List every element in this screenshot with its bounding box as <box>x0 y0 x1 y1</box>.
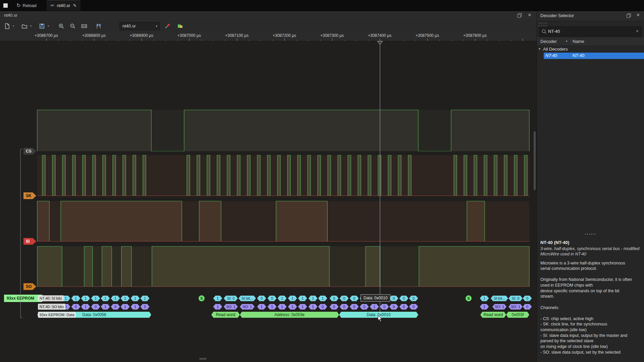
tree-root-all-decoders[interactable]: ▾ All Decoders <box>537 46 644 53</box>
ruler-tick <box>46 39 47 41</box>
close-window-icon[interactable]: × <box>528 12 531 18</box>
mouse-pointer <box>378 315 384 324</box>
clear-search-icon[interactable]: × <box>636 28 639 34</box>
ruler-tick <box>392 40 392 41</box>
search-input[interactable]: NT-40 <box>548 29 560 34</box>
top-tab-strip: ↻ Reload ✂ nt40.sr ✎ <box>0 0 644 11</box>
ruler-tick <box>189 39 190 41</box>
tab-label: nt40.sr <box>57 3 70 8</box>
vertical-scrollbar[interactable] <box>534 131 536 190</box>
tab-nt40[interactable]: ✂ nt40.sr ✎ <box>47 0 81 11</box>
new-session-caret[interactable]: ▾ <box>13 24 14 27</box>
ruler-tick <box>237 39 237 41</box>
ruler-tick <box>439 40 440 41</box>
zoom-in-button[interactable] <box>57 22 66 31</box>
ruler-tick <box>165 40 166 41</box>
horizontal-scrollbar[interactable] <box>199 358 207 360</box>
ruler-tick <box>475 39 475 41</box>
search-icon <box>541 29 547 35</box>
zoom-out-button[interactable] <box>68 22 77 31</box>
ruler-tick <box>416 40 416 41</box>
ruler-tick <box>249 40 249 41</box>
session-titlebar: nt40.sr × <box>0 11 537 20</box>
ruler-time-label: +3087000 µs <box>177 33 201 38</box>
open-file-caret[interactable]: ▾ <box>30 24 32 27</box>
ruler-tick <box>106 40 106 41</box>
ruler-tick <box>58 40 59 41</box>
ruler-tick <box>154 40 154 41</box>
decoder-row-nt40[interactable]: NT-40 NT-40 <box>544 53 644 59</box>
ruler-tick <box>499 40 499 41</box>
edit-pencil-icon[interactable]: ✎ <box>73 3 76 8</box>
session-file-select[interactable]: nt40.sr ▾ <box>119 22 160 30</box>
ruler-tick <box>201 40 202 41</box>
ruler-time-label: +3086700 µs <box>35 33 58 38</box>
save-button[interactable] <box>38 22 46 31</box>
decoder-row-id: NT-40 <box>545 53 557 58</box>
ruler-time-label: +3086900 µs <box>130 33 153 38</box>
float-window-icon[interactable] <box>517 13 522 19</box>
ruler-time-label: +3087300 µs <box>320 33 344 38</box>
doc-body: Microwire is a 3-wire half-duplex synchr… <box>540 260 641 355</box>
ruler-time-label: +3087200 µs <box>273 33 296 38</box>
panel-grip[interactable] <box>539 23 547 26</box>
ruler-tick <box>261 40 261 41</box>
doc-subtitle: 3-wire, half-duplex, synchronous serial … <box>540 246 641 257</box>
new-session-button[interactable] <box>3 22 11 31</box>
ruler-time-label: +3086800 µs <box>82 33 106 38</box>
session-title: nt40.sr <box>4 13 17 18</box>
ruler-tick <box>118 40 118 41</box>
ruler-tick <box>225 40 225 41</box>
decoder-search-box[interactable]: NT-40 × <box>539 26 642 37</box>
ruler-tick <box>130 40 130 41</box>
ruler-time-label: +3087400 µs <box>368 33 391 38</box>
ruler-tick <box>356 40 356 41</box>
column-sort-icon[interactable]: ▾ <box>566 40 568 43</box>
configure-channels-button[interactable] <box>163 22 172 31</box>
ruler-tick <box>70 40 70 41</box>
ruler-tick <box>142 39 142 41</box>
time-ruler[interactable]: +3086700 µs+3086800 µs+3086900 µs+308700… <box>0 32 537 41</box>
ruler-time-label: +3087100 µs <box>225 33 249 38</box>
zoom-fit-button[interactable] <box>80 22 89 31</box>
main-toolbar: ▾ ▾ ▾ nt40.sr ▾ <box>0 20 537 33</box>
ruler-tick <box>511 40 511 41</box>
ruler-tick <box>320 40 321 41</box>
ruler-time-label: +3087500 µs <box>416 33 439 38</box>
ruler-tick <box>297 40 297 41</box>
ruler-tick <box>213 40 213 41</box>
ruler-tick <box>273 40 273 41</box>
show-cursors-button[interactable] <box>93 22 104 31</box>
reload-icon: ↻ <box>16 2 21 8</box>
hover-tooltip: Data: 0x0010 <box>361 294 390 302</box>
reload-button[interactable]: ↻ Reload <box>16 2 37 8</box>
panel-splitter[interactable]: •••••• <box>537 233 644 236</box>
close-panel-icon[interactable]: × <box>637 12 640 18</box>
add-decoder-button[interactable] <box>176 22 184 31</box>
panel-title: Decoder Selector <box>540 13 574 18</box>
doc-title: NT-40 (NT-40) <box>540 240 641 245</box>
ruler-tick <box>344 40 344 41</box>
ruler-tick <box>427 39 428 41</box>
app-icon <box>3 3 8 8</box>
column-decoder[interactable]: Decoder <box>540 39 557 44</box>
float-panel-icon[interactable] <box>627 13 631 19</box>
open-file-button[interactable] <box>20 22 29 31</box>
ruler-tick <box>523 39 523 41</box>
ruler-tick <box>332 39 332 41</box>
ruler-tick <box>284 39 285 41</box>
scissors-icon: ✂ <box>51 3 54 8</box>
decoder-list-header[interactable]: Decoder ▾ Name <box>537 38 644 46</box>
column-name[interactable]: Name <box>573 39 584 44</box>
save-caret[interactable]: ▾ <box>48 24 49 27</box>
decoder-selector-panel: Decoder Selector × NT-40 × Decoder ▾ Nam… <box>537 11 644 362</box>
ruler-time-label: +3087600 µs <box>463 33 487 38</box>
tree-expander-icon[interactable]: ▾ <box>539 47 540 51</box>
panel-header: Decoder Selector × <box>537 11 644 21</box>
ruler-tick <box>368 40 368 41</box>
combo-arrow-icon: ▾ <box>156 22 157 30</box>
reload-label: Reload <box>23 3 37 8</box>
column-divider <box>571 38 571 45</box>
decoder-row-name: NT-40 <box>573 53 584 58</box>
pulseview-app: ↻ Reload ✂ nt40.sr ✎ nt40.sr × ▾ ▾ <box>0 0 644 362</box>
